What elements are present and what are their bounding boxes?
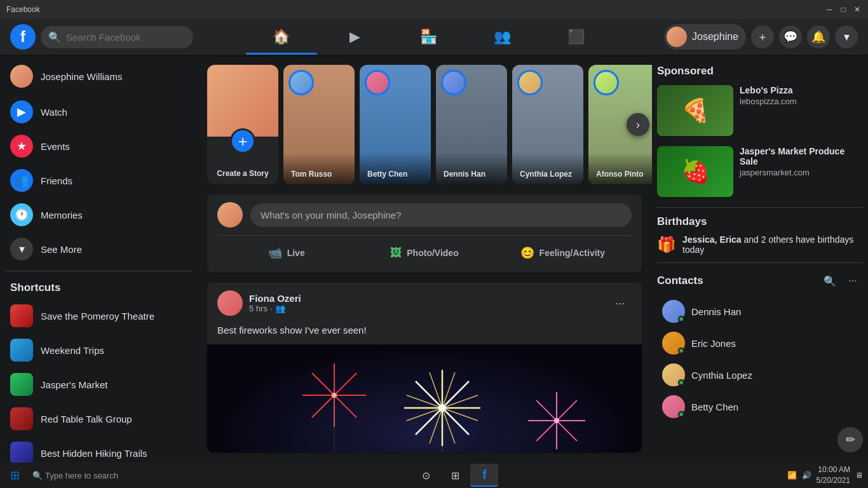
sidebar-item-events[interactable]: ★ Events xyxy=(5,130,192,163)
shortcut-hiking[interactable]: Best Hidden Hiking Trails xyxy=(5,437,192,463)
story-dennis-avatar xyxy=(441,70,466,95)
story-betty[interactable]: Betty Chen xyxy=(360,65,431,184)
contact-cynthia-name: Cynthia Lopez xyxy=(691,370,752,381)
add-button[interactable]: ＋ xyxy=(751,25,774,48)
taskbar-taskview-btn[interactable]: ⊞ xyxy=(441,464,469,487)
live-icon: 📹 xyxy=(268,246,282,260)
contacts-search-button[interactable]: 🔍 xyxy=(820,271,840,291)
contact-eric-online xyxy=(678,348,684,354)
title-bar: Facebook ─ □ ✕ xyxy=(0,0,868,19)
post-input-row: What's on your mind, Josephine? xyxy=(217,202,632,227)
shortcut-redtable-icon xyxy=(10,407,33,430)
sponsored-item-lebo[interactable]: 🍕 Lebo's Pizza lebospizza.com xyxy=(657,85,863,136)
nav-marketplace-button[interactable]: 🏪 xyxy=(393,22,465,52)
taskbar-facebook-btn[interactable]: f xyxy=(470,464,498,487)
title-bar-title: Facebook xyxy=(6,5,40,14)
shortcut-pomeroy-label: Save the Pomeroy Theatre xyxy=(41,311,154,322)
live-button[interactable]: 📹 Live xyxy=(217,241,355,265)
feeling-icon: 😊 xyxy=(520,246,534,260)
minimize-button[interactable]: ─ xyxy=(825,5,834,14)
create-story-card[interactable]: ＋ Create a Story xyxy=(207,65,278,184)
sidebar-divider xyxy=(5,271,192,271)
story-afonso-avatar xyxy=(593,70,619,95)
shortcut-weekend[interactable]: Weekend Trips xyxy=(5,334,192,367)
birthday-icon: 🎁 xyxy=(657,236,676,254)
sidebar-item-seemore[interactable]: ▾ See More xyxy=(5,233,192,266)
contact-cynthia[interactable]: Cynthia Lopez xyxy=(657,360,863,390)
nav-gaming-button[interactable]: ⬛ xyxy=(541,22,612,52)
post-input[interactable]: What's on your mind, Josephine? xyxy=(250,203,632,227)
taskbar-search-text: Type here to search xyxy=(45,471,118,480)
contact-eric-name: Eric Jones xyxy=(691,338,736,349)
windows-icon: ⊞ xyxy=(10,468,20,482)
post-box-avatar xyxy=(217,202,243,227)
nav-groups-button[interactable]: 👥 xyxy=(467,22,538,52)
feeling-button[interactable]: 😊 Feeling/Activity xyxy=(494,241,632,265)
watch-icon: ▶ xyxy=(10,100,33,123)
sidebar-user[interactable]: Josephine Williams xyxy=(5,60,192,93)
taskbar-right: 📶 🔊 10:00 AM 5/20/2021 🖥 xyxy=(787,464,863,486)
birthday-names: Jessica, Erica xyxy=(682,234,742,245)
shortcut-hiking-label: Best Hidden Hiking Trails xyxy=(41,448,147,459)
contact-dennis[interactable]: Dennis Han xyxy=(657,296,863,327)
header: f 🔍 🏠 ▶ 🏪 👥 ⬛ Josephine ＋ 💬 🔔 ▾ xyxy=(0,19,868,55)
user-name: Josephine xyxy=(692,31,738,43)
events-icon: ★ xyxy=(10,135,33,158)
sidebar-item-watch[interactable]: ▶ Watch xyxy=(5,95,192,128)
taskbar-volume-icon: 🔊 xyxy=(802,471,811,480)
story-dennis[interactable]: Dennis Han xyxy=(436,65,507,184)
close-button[interactable]: ✕ xyxy=(853,5,862,14)
photo-video-button[interactable]: 🖼 Photo/Video xyxy=(355,241,493,265)
user-pill[interactable]: Josephine xyxy=(664,24,746,50)
maximize-button[interactable]: □ xyxy=(839,5,848,14)
sponsored-jasper-name: Jasper's Market Produce Sale xyxy=(740,146,863,166)
nav-watch-button[interactable]: ▶ xyxy=(320,22,391,52)
birthdays-header: Birthdays xyxy=(657,215,863,228)
birthdays-section: Birthdays 🎁 Jessica, Erica and 2 others … xyxy=(657,215,863,255)
shortcut-redtable[interactable]: Red Table Talk Group xyxy=(5,402,192,435)
taskbar-search-btn[interactable]: ⊙ xyxy=(412,464,440,487)
story-cynthia-name: Cynthia Lopez xyxy=(517,170,574,179)
contact-dennis-name: Dennis Han xyxy=(691,306,741,317)
facebook-logo[interactable]: f xyxy=(10,24,36,50)
contact-betty[interactable]: Betty Chen xyxy=(657,391,863,422)
sidebar-friends-label: Friends xyxy=(41,175,72,186)
right-sidebar: Sponsored 🍕 Lebo's Pizza lebospizza.com … xyxy=(652,55,868,463)
shortcuts-header: Shortcuts xyxy=(5,276,192,299)
sidebar-item-memories[interactable]: 🕐 Memories xyxy=(5,198,192,231)
nav-right: Josephine ＋ 💬 🔔 ▾ xyxy=(664,24,858,50)
shortcut-pomeroy[interactable]: Save the Pomeroy Theatre xyxy=(5,299,192,332)
sidebar-item-friends[interactable]: 👥 Friends xyxy=(5,164,192,197)
contact-eric[interactable]: Eric Jones xyxy=(657,328,863,358)
menu-button[interactable]: ▾ xyxy=(835,25,858,48)
sidebar-events-label: Events xyxy=(41,141,70,152)
start-button[interactable]: ⊞ xyxy=(5,466,25,485)
post-box: What's on your mind, Josephine? 📹 Live 🖼… xyxy=(207,194,642,273)
post-author-name: Fiona Ozeri xyxy=(249,293,602,304)
sponsored-jasper-image: 🍓 xyxy=(657,146,733,197)
user-avatar xyxy=(667,27,687,47)
messenger-button[interactable]: 💬 xyxy=(779,25,802,48)
contact-betty-name: Betty Chen xyxy=(691,402,738,412)
taskbar-date-value: 5/20/2021 xyxy=(817,475,850,486)
new-message-button[interactable]: ✏ xyxy=(837,427,863,452)
taskbar-search[interactable]: 🔍 Type here to search xyxy=(27,468,123,483)
sponsored-item-jasper[interactable]: 🍓 Jasper's Market Produce Sale jaspersma… xyxy=(657,146,863,197)
stories-next-button[interactable]: › xyxy=(627,113,649,136)
app: f 🔍 🏠 ▶ 🏪 👥 ⬛ Josephine ＋ 💬 🔔 ▾ xyxy=(0,19,868,488)
search-input[interactable] xyxy=(66,32,186,43)
nav-home-button[interactable]: 🏠 xyxy=(246,22,317,52)
sponsored-jasper-url: jaspersmarket.com xyxy=(740,168,863,177)
story-cynthia-avatar xyxy=(517,70,543,95)
feed: ＋ Create a Story Tom Russo xyxy=(197,55,652,463)
contacts-more-button[interactable]: ··· xyxy=(843,271,863,291)
post-more-button[interactable]: ··· xyxy=(609,292,632,315)
story-tom[interactable]: Tom Russo xyxy=(283,65,355,184)
sponsored-header: Sponsored xyxy=(657,65,863,78)
search-bar[interactable]: 🔍 xyxy=(41,26,193,48)
create-story-label: Create a Story xyxy=(214,169,271,178)
story-cynthia[interactable]: Cynthia Lopez xyxy=(512,65,583,184)
notifications-button[interactable]: 🔔 xyxy=(807,25,830,48)
shortcut-jasper[interactable]: Jasper's Market xyxy=(5,368,192,401)
sidebar-user-avatar xyxy=(10,65,33,88)
